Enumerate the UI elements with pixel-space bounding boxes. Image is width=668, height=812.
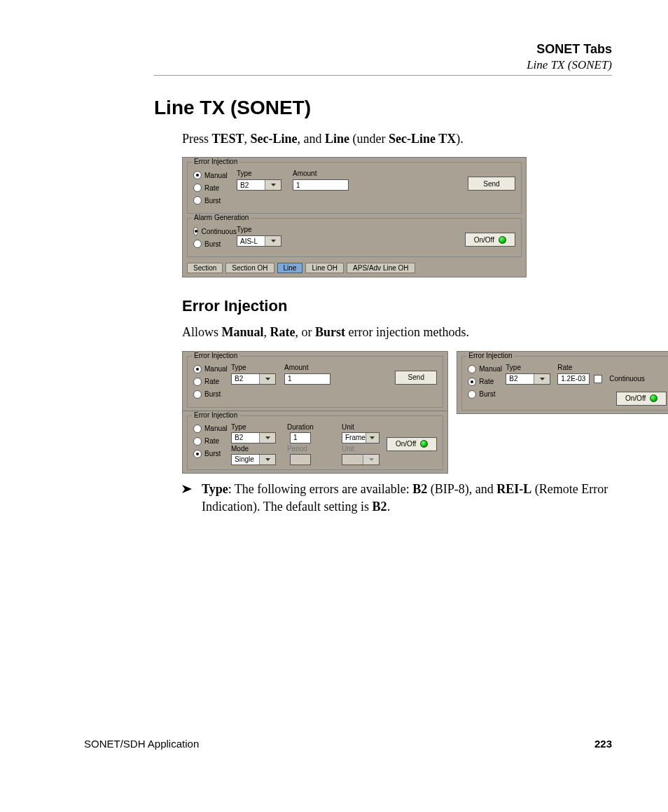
combo-value: B2 xyxy=(232,375,246,383)
combo-value: AIS-L xyxy=(237,238,260,245)
combo-value: B2 xyxy=(506,375,520,383)
tab-label: Section OH xyxy=(232,264,267,272)
amount-label: Amount xyxy=(284,364,330,371)
text: , xyxy=(244,132,251,146)
tab-label: APS/Adv Line OH xyxy=(353,264,408,272)
radio-manual[interactable]: Manual xyxy=(468,365,506,373)
status-led-icon xyxy=(650,394,657,402)
group-legend: Error Injection xyxy=(192,352,239,359)
unit2-label: Unit xyxy=(342,445,380,453)
radio-rate[interactable]: Rate xyxy=(193,437,231,446)
rate-label: Rate xyxy=(557,364,645,371)
error-injection-rate-panel: Error Injection Manual Rate Burst Type B… xyxy=(457,351,668,414)
radio-manual[interactable]: Manual xyxy=(193,425,231,433)
tab-section[interactable]: Section xyxy=(187,263,223,273)
page-header: SONET Tabs Line TX (SONET) xyxy=(154,42,612,76)
combo-value: B2 xyxy=(232,434,246,441)
input-value: 1 xyxy=(293,181,303,189)
alarm-type-label: Type xyxy=(237,226,281,233)
text-bold: REI-L xyxy=(496,482,531,496)
tab-line-oh[interactable]: Line OH xyxy=(305,263,344,273)
text: , or xyxy=(295,325,316,339)
send-button[interactable]: Send xyxy=(395,371,437,385)
radio-label: Rate xyxy=(479,378,494,385)
bullet-text: Type: The following errors are available… xyxy=(202,481,612,516)
group-legend: Error Injection xyxy=(192,158,239,165)
svg-marker-5 xyxy=(370,436,375,439)
radio-label: Manual xyxy=(479,365,502,373)
combo-value: Frames xyxy=(342,434,366,441)
radio-label: Manual xyxy=(204,172,228,179)
intro-paragraph: Press TEST, Sec-Line, and Line (under Se… xyxy=(182,130,612,147)
error-injection-group: Error Injection Manual Rate Burst Type B… xyxy=(187,162,522,214)
radio-rate[interactable]: Rate xyxy=(468,378,506,386)
text: Allows xyxy=(182,325,222,339)
text-bold: Type xyxy=(202,482,228,496)
tab-label: Line xyxy=(284,264,297,272)
svg-marker-1 xyxy=(271,240,276,242)
type-label: Type xyxy=(506,364,550,371)
radio-dot-icon xyxy=(193,437,202,446)
onoff-button[interactable]: On/Off xyxy=(616,392,667,406)
unit2-combo xyxy=(342,454,380,465)
radio-manual[interactable]: Manual xyxy=(193,365,231,373)
radio-burst[interactable]: Burst xyxy=(468,390,506,399)
text: . xyxy=(387,500,391,514)
chevron-down-icon xyxy=(259,433,275,443)
mode-radios: Manual Rate Burst xyxy=(468,364,506,403)
onoff-button[interactable]: On/Off xyxy=(387,437,437,451)
amount-input[interactable]: 1 xyxy=(284,373,330,385)
tab-section-oh[interactable]: Section OH xyxy=(225,263,274,273)
send-button[interactable]: Send xyxy=(468,177,515,191)
radio-dot-icon xyxy=(193,425,202,433)
alarm-radios: Continuous Burst xyxy=(193,226,237,252)
alarm-type-combo[interactable]: AIS-L xyxy=(237,235,281,247)
radio-burst-alarm[interactable]: Burst xyxy=(193,240,237,248)
radio-label: Burst xyxy=(204,240,221,248)
tab-aps-adv[interactable]: APS/Adv Line OH xyxy=(347,263,415,273)
text-bold: Manual xyxy=(222,325,264,339)
chevron-down-icon xyxy=(534,374,550,384)
tab-line[interactable]: Line xyxy=(277,263,303,273)
radio-burst[interactable]: Burst xyxy=(193,390,231,399)
svg-marker-8 xyxy=(182,485,192,493)
radio-dot-icon xyxy=(193,227,198,235)
radio-continuous[interactable]: Continuous xyxy=(193,227,237,235)
type-combo[interactable]: B2 xyxy=(231,373,276,385)
input-value: 1 xyxy=(285,375,295,383)
radio-burst[interactable]: Burst xyxy=(193,450,231,458)
type-combo[interactable]: B2 xyxy=(231,432,276,443)
duration-label: Duration xyxy=(287,423,335,431)
svg-marker-3 xyxy=(265,436,270,439)
continuous-checkbox[interactable] xyxy=(594,375,602,383)
text-bold: B2 xyxy=(412,482,427,496)
error-injection-group: Error Injection Manual Rate Burst Type D… xyxy=(187,415,443,470)
radio-label: Burst xyxy=(479,390,495,398)
type-combo[interactable]: B2 xyxy=(506,373,550,385)
chevron-down-icon xyxy=(259,455,275,465)
amount-input[interactable]: 1 xyxy=(293,179,349,191)
text-bold: Rate xyxy=(270,325,295,339)
type-combo[interactable]: B2 xyxy=(237,179,281,191)
svg-marker-0 xyxy=(271,184,276,186)
svg-marker-4 xyxy=(265,458,270,461)
radio-burst[interactable]: Burst xyxy=(193,196,237,205)
radio-manual[interactable]: Manual xyxy=(193,171,237,179)
error-injection-group: Error Injection Manual Rate Burst Type B… xyxy=(461,356,668,411)
page-footer: SONET/SDH Application 223 xyxy=(84,738,612,750)
onoff-button[interactable]: On/Off xyxy=(465,233,515,247)
radio-rate[interactable]: Rate xyxy=(193,378,231,386)
duration-input[interactable]: 1 xyxy=(290,432,311,443)
input-value: 1 xyxy=(291,434,300,441)
mode-combo[interactable]: Single xyxy=(231,454,276,465)
radio-dot-icon xyxy=(468,390,476,399)
tab-bar: Section Section OH Line Line OH APS/Adv … xyxy=(183,260,526,277)
subsection-title: Error Injection xyxy=(182,297,612,315)
unit-combo[interactable]: Frames xyxy=(342,432,380,443)
radio-rate[interactable]: Rate xyxy=(193,184,237,192)
mode-radios: Manual Rate Burst xyxy=(193,423,231,462)
error-injection-manual-panel: Error Injection Manual Rate Burst Type B… xyxy=(182,351,448,411)
button-label: On/Off xyxy=(474,236,494,244)
radio-dot-icon xyxy=(193,390,202,399)
rate-input[interactable]: 1.2E-03 xyxy=(557,373,590,385)
